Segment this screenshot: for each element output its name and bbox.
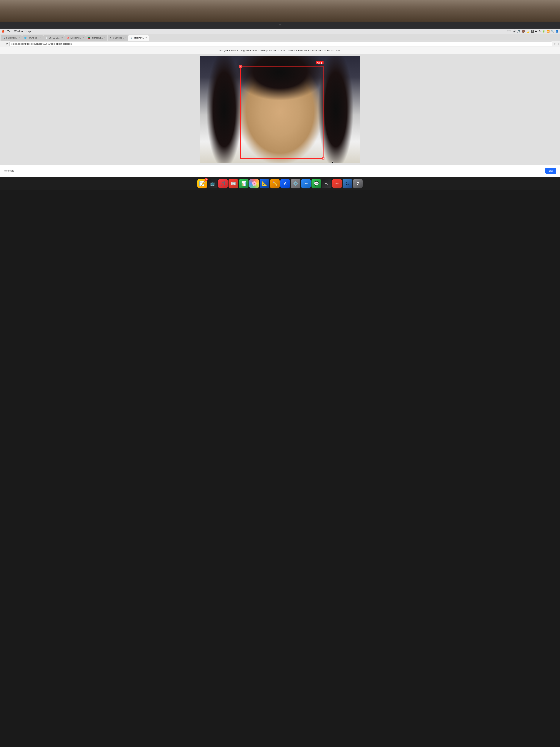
tab-favicon-eloquente: 🐙 (67, 36, 70, 39)
labeling-area[interactable]: ✛ me 🗑 (0, 54, 560, 165)
menu-tab[interactable]: Tab (7, 30, 11, 33)
a-icon: A (531, 30, 534, 33)
tab-face-dete[interactable]: 🔍 Face Dete... ✕ (1, 35, 22, 41)
tab-capturing[interactable]: ❋ Capturing... ✕ (108, 35, 128, 41)
finder-icon: 🗂 (345, 181, 349, 186)
tab-close-eloquente[interactable]: ✕ (82, 37, 84, 39)
numbers-icon: 📊 (241, 181, 246, 186)
physical-background (0, 0, 560, 22)
menubar-right: zm Ⓐ 🎵 🐻 🌙 A ▶ ⚙ 🔋 📶 🔍 👤 (507, 29, 559, 33)
browser-chrome: 🔍 Face Dete... ✕ 🌐 How to us... ✕ 📋 ESP3… (0, 34, 560, 177)
dock-item-keynote[interactable]: 📐 (260, 179, 269, 188)
tab-favicon-face-dete: 🔍 (3, 36, 5, 39)
dock-item-news[interactable]: 📰 (229, 179, 238, 188)
play-icon: ▶ (535, 30, 537, 33)
edge-impulse-container: Use your mouse to drag a box around an o… (0, 47, 560, 177)
fus-icon: FUS (336, 183, 339, 184)
dock-item-numbers[interactable]: 📊 (239, 179, 248, 188)
laptop-camera (279, 24, 281, 26)
tab-this-pers[interactable]: 🔬 This Pers... ✕ (128, 35, 149, 41)
menu-window[interactable]: Window (14, 30, 23, 33)
dock-item-notes[interactable]: 📝 2 (197, 179, 207, 188)
person-icon: 👤 (556, 30, 559, 33)
tab-label-michael01: michael01... (92, 37, 103, 39)
dock-item-zoom[interactable]: zoom (301, 179, 311, 188)
tab-esp32[interactable]: 📋 ESP32 Ca... ✕ (43, 35, 64, 41)
tab-eloquente[interactable]: 🐙 Eloquente... ✕ (65, 35, 86, 41)
macos-menubar: 🍎 Tab Window Help zm Ⓐ 🎵 🐻 🌙 A ▶ ⚙ 🔋 📶 🔍… (0, 29, 560, 34)
save-labels-button[interactable]: Sav (545, 168, 556, 174)
address-bar[interactable]: studio.edgeimpulse.com/studio/580050/lab… (9, 42, 552, 46)
search-menubar-icon[interactable]: 🔍 (551, 30, 554, 33)
tab-favicon-how-to-us: 🌐 (24, 36, 27, 39)
tab-favicon-capturing: ❋ (109, 36, 112, 39)
extension-icon[interactable]: □ (557, 43, 559, 45)
dock-item-photos[interactable]: 🌸 (249, 179, 259, 188)
settings-icon: ⚙️ (293, 181, 298, 186)
tab-bar: 🔍 Face Dete... ✕ 🌐 How to us... ✕ 📋 ESP3… (0, 34, 560, 41)
moon-icon: 🌙 (526, 30, 529, 33)
forward-icon[interactable]: › (3, 42, 4, 46)
nav-buttons: ‹ › ↻ (1, 42, 8, 46)
tab-how-to-us[interactable]: 🌐 How to us... ✕ (22, 35, 43, 41)
macos-dock: 📝 2 📺 🎵 📰 📊 🌸 📐 ✏️ A ⚙️ zoo (0, 177, 560, 190)
laptop-top-bar (0, 22, 560, 29)
tab-label-this-pers: This Pers... (134, 37, 144, 39)
tab-close-face-dete[interactable]: ✕ (19, 37, 20, 39)
tab-label-capturing: Capturing... (113, 37, 124, 39)
spotify-icon: 🎵 (517, 30, 520, 33)
bear-icon: 🐻 (522, 30, 525, 33)
instruction-bar: Use your mouse to drag a box around an o… (0, 47, 560, 54)
face-photo (201, 56, 359, 163)
menu-help[interactable]: Help (26, 30, 31, 33)
image-container[interactable]: ✛ me 🗑 (201, 56, 359, 163)
dock-item-infinity[interactable]: ∞ (322, 179, 331, 188)
tab-favicon-this-pers: 🔬 (130, 36, 133, 39)
music-icon: 🎵 (220, 181, 225, 186)
tab-favicon-michael01: 🇪🇹 (88, 36, 90, 39)
photos-icon: 🌸 (252, 181, 257, 186)
menubar-left: 🍎 Tab Window Help (1, 30, 31, 33)
instruction-end: to advance to the next item. (312, 49, 341, 52)
laptop-bezel: 🍎 Tab Window Help zm Ⓐ 🎵 🐻 🌙 A ▶ ⚙ 🔋 📶 🔍… (0, 22, 560, 190)
tab-label-eloquente: Eloquente... (71, 37, 81, 39)
apple-menu[interactable]: 🍎 (1, 30, 4, 33)
address-bar-row: ‹ › ↻ studio.edgeimpulse.com/studio/5800… (0, 41, 560, 47)
dock-item-question[interactable]: ? (353, 179, 363, 188)
sliders-icon: ⚙ (538, 30, 541, 33)
news-icon: 📰 (231, 181, 236, 186)
dock-item-apple-tv[interactable]: 📺 (208, 179, 217, 188)
subject-image: ✛ me 🗑 (201, 56, 359, 163)
tab-close-capturing[interactable]: ✕ (125, 37, 126, 39)
dock-item-finder[interactable]: 🗂 (343, 179, 352, 188)
pages-icon: ✏️ (272, 181, 277, 186)
question-icon: ? (356, 181, 359, 186)
tab-favicon-esp32: 📋 (45, 36, 48, 39)
tab-michael01[interactable]: 🇪🇹 michael01... ✕ (86, 35, 107, 41)
browser-content: Use your mouse to drag a box around an o… (0, 47, 560, 177)
instruction-text: Use your mouse to drag a box around an o… (219, 49, 298, 52)
tab-close-esp32[interactable]: ✕ (61, 37, 63, 39)
apple-tv-icon: 📺 (210, 181, 215, 186)
dock-item-settings[interactable]: ⚙️ (291, 179, 300, 188)
dock-item-fus[interactable]: FUS (332, 179, 342, 188)
tab-close-this-pers[interactable]: ✕ (145, 37, 147, 39)
zoom-icon: zoom (304, 183, 308, 184)
tab-close-how-to-us[interactable]: ✕ (39, 37, 41, 39)
dock-item-appstore[interactable]: A (281, 179, 290, 188)
wifi-icon: 📶 (547, 30, 550, 33)
star-icon[interactable]: ☆ (554, 43, 556, 45)
dock-item-pages[interactable]: ✏️ (270, 179, 279, 188)
dock-item-messages[interactable]: 💬 (312, 179, 321, 188)
back-icon[interactable]: ‹ (1, 42, 2, 46)
infinity-icon: ∞ (325, 181, 328, 186)
dock-item-music[interactable]: 🎵 (218, 179, 228, 188)
save-labels-bold: Save labels (298, 49, 311, 52)
notes-badge: 2 (205, 178, 208, 181)
tab-close-michael01[interactable]: ✕ (104, 37, 105, 39)
refresh-icon[interactable]: ↻ (6, 42, 8, 46)
bottom-bar: te sample Sav (0, 165, 560, 176)
adobe-icon: Ⓐ (513, 29, 515, 33)
tab-label-how-to-us: How to us... (28, 37, 38, 39)
zoom-menubar-icon: zm (507, 30, 511, 33)
